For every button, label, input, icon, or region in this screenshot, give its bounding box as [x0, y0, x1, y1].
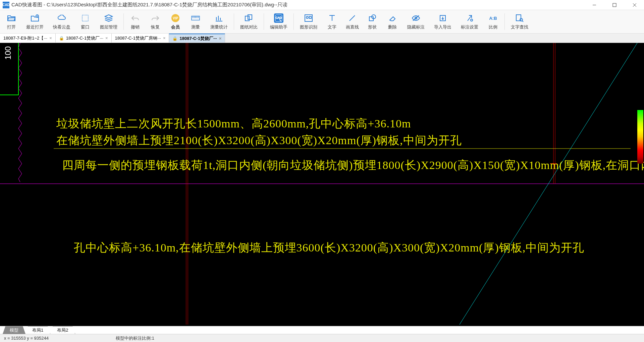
maximize-button[interactable] — [608, 0, 621, 10]
delete-button[interactable]: 删除 — [382, 11, 402, 33]
layout-tabs: 模型 布局1 布局2 — [0, 326, 644, 334]
measure-label: 测量 — [191, 24, 200, 30]
tab-close-icon[interactable]: × — [219, 36, 222, 41]
svg-rect-1 — [613, 3, 616, 7]
cad-geometry — [0, 43, 644, 325]
edit-helper-button[interactable]: CAD 编辑助手 — [265, 11, 292, 33]
tab-label: 18087-C-1焚烧厂房钢··· — [115, 35, 161, 41]
main-toolbar: 打开 最近打开 快看云盘 窗口 图层管理 撤销 恢复 VIP 会员 测量 测量统… — [0, 10, 644, 34]
svg-text:CAD: CAD — [275, 16, 282, 19]
tab-close-icon[interactable]: × — [49, 36, 52, 41]
color-spectrum-bar[interactable] — [637, 110, 643, 164]
import-export-button[interactable]: 导入导出 — [429, 11, 456, 33]
tab-label: 18087-C-1焚烧厂··· — [66, 35, 103, 41]
layout1-tab[interactable]: 布局1 — [25, 326, 50, 334]
redo-icon — [151, 13, 160, 23]
measure-stat-label: 测量统计 — [210, 24, 228, 30]
minimize-button[interactable] — [588, 0, 601, 10]
compare-label: 图纸对比 — [240, 24, 258, 30]
search-icon — [515, 13, 524, 23]
window-label: 窗口 — [81, 24, 90, 30]
tab-close-icon[interactable]: × — [105, 36, 108, 41]
file-tab[interactable]: 18087-C-1焚烧厂房钢··· × — [112, 34, 169, 43]
separator — [264, 13, 264, 30]
status-bar: x = 315553 y = 935244 模型中的标注比例:1 — [0, 334, 644, 342]
file-tab[interactable]: 🔒 18087-C-1焚烧厂··· × — [56, 34, 112, 43]
undo-button[interactable]: 撤销 — [125, 11, 145, 33]
model-tab[interactable]: 模型 — [3, 326, 25, 334]
recognize-icon — [304, 13, 313, 23]
ratio-label: 比例 — [489, 24, 497, 30]
shape-label: 形状 — [368, 24, 377, 30]
window-controls — [588, 0, 641, 10]
vip-button[interactable]: VIP 会员 — [165, 11, 185, 33]
separator — [123, 13, 124, 30]
app-icon: CAD — [3, 2, 9, 8]
undo-label: 撤销 — [131, 24, 140, 30]
cad-annotation-2: 在储坑壁外侧墙上预埋2100(长)X3200(高)X300(宽)X20mm(厚)… — [56, 133, 462, 148]
settings-icon — [465, 13, 474, 23]
measure-stat-button[interactable]: 测量统计 — [206, 11, 232, 33]
recognize-button[interactable]: 图形识别 — [295, 11, 322, 33]
hide-annot-button[interactable]: 隐藏标注 — [402, 11, 429, 33]
scale-readout: 模型中的标注比例:1 — [116, 335, 154, 341]
line-button[interactable]: 画直线 — [342, 11, 362, 33]
file-tab-active[interactable]: 🔒 18087-C-1焚烧厂··· × — [169, 34, 225, 43]
drawing-canvas[interactable]: 100 垃圾储坑壁上二次风开孔长1500mm、高2600mm,孔中心标高+36.… — [0, 43, 644, 326]
window-button[interactable]: 窗口 — [75, 11, 95, 33]
redo-button[interactable]: 恢复 — [145, 11, 165, 33]
delete-label: 删除 — [388, 24, 397, 30]
layout2-tab[interactable]: 布局2 — [50, 326, 75, 334]
line-icon — [347, 13, 357, 23]
eraser-icon — [388, 13, 397, 23]
measure-button[interactable]: 测量 — [185, 11, 206, 33]
svg-rect-5 — [82, 15, 88, 21]
text-button[interactable]: 文字 — [322, 11, 342, 33]
annot-settings-button[interactable]: 标注设置 — [456, 11, 483, 33]
file-tab[interactable]: 18087-7-E9-附1~2【··· × — [0, 34, 56, 43]
ruler-value: 100 — [3, 46, 13, 60]
ratio-button[interactable]: A:B 比例 — [483, 11, 503, 33]
compare-button[interactable]: 图纸对比 — [235, 11, 262, 33]
import-export-label: 导入导出 — [434, 24, 451, 30]
cad-annotation-3: 四周每一侧的预埋钢板载荷1t,洞口内侧(朝向垃圾储坑侧)预埋1800(长)X29… — [62, 158, 644, 173]
layer-button[interactable]: 图层管理 — [95, 11, 122, 33]
svg-text:A:B: A:B — [489, 16, 497, 21]
separator — [504, 13, 505, 30]
svg-rect-21 — [309, 16, 311, 18]
annot-settings-label: 标注设置 — [461, 24, 478, 30]
vip-label: 会员 — [171, 24, 180, 30]
cad-annotation-4: 孔中心标高+36.10m,在储坑壁外侧墙上预埋3600(长)X3200(高)X3… — [74, 240, 584, 255]
lock-icon: 🔒 — [59, 36, 64, 41]
import-export-icon — [438, 13, 447, 23]
svg-rect-15 — [245, 16, 249, 21]
cad-annotation-1: 垃圾储坑壁上二次风开孔长1500mm、高2600mm,孔中心标高+36.10m — [56, 116, 411, 131]
recent-label: 最近打开 — [26, 24, 44, 30]
ruler-icon — [191, 13, 200, 23]
cloud-button[interactable]: 快看云盘 — [48, 11, 75, 33]
window-icon — [80, 13, 90, 23]
chart-icon — [214, 13, 224, 23]
vip-icon: VIP — [171, 13, 180, 23]
compare-icon — [244, 13, 254, 23]
ratio-icon: A:B — [488, 13, 498, 23]
open-button[interactable]: 打开 — [1, 11, 21, 33]
hide-annot-label: 隐藏标注 — [407, 24, 425, 30]
svg-point-28 — [471, 19, 473, 21]
text-search-button[interactable]: 文字查找 — [506, 11, 533, 33]
shape-button[interactable]: 形状 — [362, 11, 382, 33]
eye-off-icon — [411, 13, 421, 23]
svg-text:VIP: VIP — [173, 16, 178, 20]
open-label: 打开 — [7, 24, 16, 30]
shape-icon — [368, 13, 377, 23]
close-button[interactable] — [628, 0, 641, 10]
tab-close-icon[interactable]: × — [163, 36, 166, 41]
recent-icon — [30, 13, 40, 23]
recent-button[interactable]: 最近打开 — [21, 11, 48, 33]
svg-point-20 — [306, 16, 308, 18]
separator — [234, 13, 234, 30]
layers-icon — [104, 13, 113, 23]
tab-label: 18087-7-E9-附1~2【··· — [3, 35, 47, 41]
tab-label: 18087-C-1焚烧厂··· — [179, 36, 217, 42]
edit-helper-label: 编辑助手 — [270, 24, 287, 30]
